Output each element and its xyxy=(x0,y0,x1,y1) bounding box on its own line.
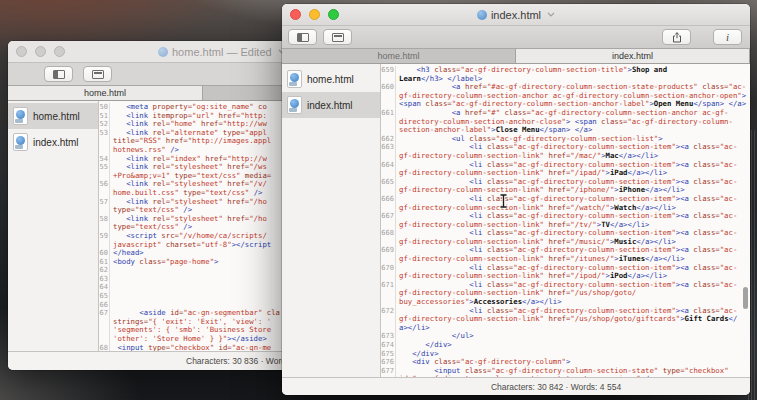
line-number: 666 xyxy=(381,195,396,204)
page-icon xyxy=(92,70,104,79)
window-title-group[interactable]: home.html — Edited xyxy=(158,41,286,62)
tab-home-html[interactable]: home.html xyxy=(8,86,203,100)
line-number: 61 xyxy=(99,258,110,267)
line-number xyxy=(99,223,110,232)
line-number xyxy=(99,172,110,181)
line-number xyxy=(381,221,396,230)
sidebar-item-home-html[interactable]: home.html xyxy=(8,103,98,129)
line-number xyxy=(381,126,396,135)
line-number xyxy=(99,146,110,155)
zoom-button[interactable] xyxy=(54,46,65,57)
window-index-html[interactable]: index.html i home.html index.html xyxy=(282,4,750,395)
line-number xyxy=(381,324,396,333)
line-number: 662 xyxy=(381,135,396,144)
window-title-group[interactable]: index.html xyxy=(477,9,555,21)
file-sidebar: home.html index.html xyxy=(282,64,381,377)
toolbar: i xyxy=(282,26,750,49)
line-number: 675 xyxy=(381,350,396,359)
text-cursor-pointer xyxy=(498,193,509,213)
tab-bar: home.html index.html xyxy=(282,49,750,64)
tab-home-html[interactable]: home.html xyxy=(282,49,516,63)
character-word-count: Characters: 30 842 · Words: 4 554 xyxy=(491,382,621,392)
vertical-scrollbar-thumb[interactable] xyxy=(743,287,748,309)
share-button[interactable] xyxy=(662,29,691,45)
line-number xyxy=(381,100,396,109)
code-line: gf-directory-column-section-link" href="… xyxy=(381,315,750,324)
line-number xyxy=(381,272,396,281)
line-number xyxy=(381,298,396,307)
page-layout-button[interactable] xyxy=(83,66,112,82)
line-number: 659 xyxy=(381,66,396,75)
line-number xyxy=(381,186,396,195)
share-icon xyxy=(672,32,682,43)
line-number: 671 xyxy=(381,281,396,290)
line-number: 667 xyxy=(381,212,396,221)
sidebar-item-index-html[interactable]: index.html xyxy=(282,92,380,118)
line-number: 57 xyxy=(99,198,110,207)
chevron-down-icon xyxy=(547,12,555,17)
line-number: 677 xyxy=(381,367,396,376)
line-number: 664 xyxy=(381,161,396,170)
line-number: 54 xyxy=(99,155,110,164)
line-number: 62 xyxy=(99,266,110,275)
line-number xyxy=(99,189,110,198)
line-number xyxy=(381,152,396,161)
line-number xyxy=(381,169,396,178)
document-proxy-icon xyxy=(477,10,487,20)
line-number: 669 xyxy=(381,246,396,255)
zoom-button[interactable] xyxy=(328,9,339,20)
line-number: 668 xyxy=(381,229,396,238)
minimize-button[interactable] xyxy=(35,46,46,57)
line-number: 60 xyxy=(99,249,110,258)
line-number xyxy=(381,238,396,247)
minimize-button[interactable] xyxy=(309,9,320,20)
line-number: 53 xyxy=(99,129,110,138)
status-bar: Characters: 30 842 · Words: 4 554 xyxy=(282,377,750,395)
character-word-count: Characters: 30 836 · Words: xyxy=(186,356,293,366)
sidebar-item-home-html[interactable]: home.html xyxy=(282,66,380,92)
line-number xyxy=(99,241,110,250)
line-number: 64 xyxy=(99,283,110,292)
traffic-lights xyxy=(16,41,65,62)
sidebar-icon xyxy=(297,33,309,42)
line-number: 67 xyxy=(99,309,110,318)
line-number: 66 xyxy=(99,301,110,310)
html-file-icon xyxy=(13,107,28,125)
line-number xyxy=(381,118,396,127)
tab-index-html[interactable]: index.html xyxy=(516,49,750,63)
line-number: 55 xyxy=(99,163,110,172)
line-number: 674 xyxy=(381,341,396,350)
close-button[interactable] xyxy=(16,46,27,57)
line-number xyxy=(99,206,110,215)
line-number: 58 xyxy=(99,215,110,224)
traffic-lights xyxy=(290,4,339,25)
sidebar-icon xyxy=(53,70,65,79)
titlebar[interactable]: index.html xyxy=(282,4,750,26)
line-number: 673 xyxy=(381,332,396,341)
code-editor[interactable]: 659 <h3 class="ac-gf-directory-column-se… xyxy=(381,64,750,377)
sidebar-toggle-button[interactable] xyxy=(44,66,73,82)
line-number xyxy=(99,318,110,327)
line-number: 660 xyxy=(381,83,396,92)
sidebar-item-index-html[interactable]: index.html xyxy=(8,129,98,155)
line-number: 56 xyxy=(99,180,110,189)
line-number xyxy=(381,315,396,324)
sidebar-toggle-button[interactable] xyxy=(288,29,317,45)
window-title: home.html — Edited xyxy=(172,46,272,58)
line-number: 50 xyxy=(99,103,110,112)
page-layout-button[interactable] xyxy=(323,29,352,45)
line-number xyxy=(381,289,396,298)
line-number: 63 xyxy=(99,275,110,284)
document-proxy-icon xyxy=(158,47,168,57)
line-number: 59 xyxy=(99,232,110,241)
info-button[interactable]: i xyxy=(713,29,742,45)
line-number: 68 xyxy=(99,344,110,351)
line-number: 51 xyxy=(99,112,110,121)
line-number xyxy=(381,75,396,84)
line-number xyxy=(381,204,396,213)
close-button[interactable] xyxy=(290,9,301,20)
window-title: index.html xyxy=(491,9,541,21)
line-number xyxy=(99,335,110,344)
line-number xyxy=(381,92,396,101)
line-number: 661 xyxy=(381,109,396,118)
